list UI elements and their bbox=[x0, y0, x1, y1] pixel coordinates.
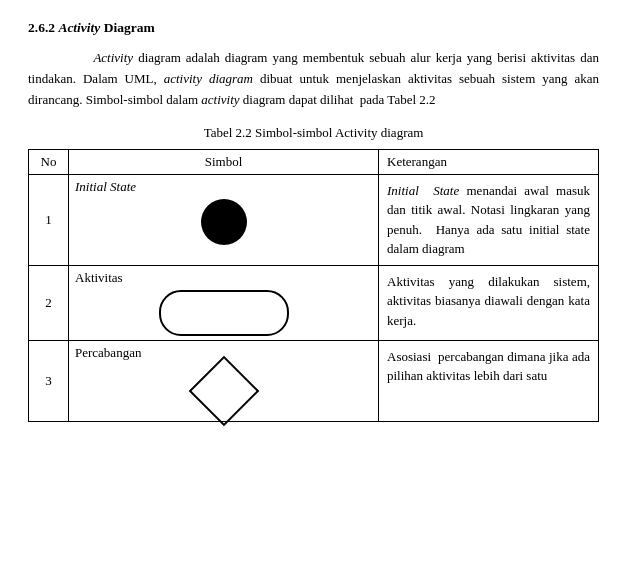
section-number: 2.6.2 bbox=[28, 20, 55, 35]
row1-simbol-icon-area bbox=[75, 199, 372, 245]
row1-no: 1 bbox=[29, 174, 69, 265]
table-row: 1 Initial State Initial State menandai a… bbox=[29, 174, 599, 265]
row3-keterangan: Asosiasi percabangan dimana jika ada pil… bbox=[379, 340, 599, 421]
row3-no: 3 bbox=[29, 340, 69, 421]
section-title-italic: Activity bbox=[58, 20, 100, 35]
aktivitas-icon bbox=[159, 290, 289, 336]
header-no: No bbox=[29, 149, 69, 174]
row3-simbol-label: Percabangan bbox=[75, 345, 141, 361]
body-paragraph: Activity diagram adalah diagram yang mem… bbox=[28, 48, 599, 110]
table-caption: Tabel 2.2 Simbol-simbol Activity diagram bbox=[28, 125, 599, 141]
section-title-rest: Diagram bbox=[100, 20, 154, 35]
table-row: 3 Percabangan Asosiasi percabangan diman… bbox=[29, 340, 599, 421]
row3-simbol: Percabangan bbox=[69, 340, 379, 421]
row2-simbol-label: Aktivitas bbox=[75, 270, 123, 286]
row2-simbol: Aktivitas bbox=[69, 265, 379, 340]
symbols-table: No Simbol Keterangan 1 Initial State Ini… bbox=[28, 149, 599, 422]
row1-keterangan: Initial State menandai awal masuk dan ti… bbox=[379, 174, 599, 265]
header-keterangan: Keterangan bbox=[379, 149, 599, 174]
row3-simbol-icon-area bbox=[75, 365, 372, 417]
row1-simbol: Initial State bbox=[69, 174, 379, 265]
percabangan-icon bbox=[188, 355, 259, 426]
section-title: 2.6.2 Activity Diagram bbox=[28, 18, 599, 38]
row2-simbol-icon-area bbox=[75, 290, 372, 336]
row2-keterangan: Aktivitas yang dilakukan sistem, aktivit… bbox=[379, 265, 599, 340]
initial-state-icon bbox=[201, 199, 247, 245]
row1-simbol-label: Initial State bbox=[75, 179, 136, 195]
header-simbol: Simbol bbox=[69, 149, 379, 174]
row2-no: 2 bbox=[29, 265, 69, 340]
table-row: 2 Aktivitas Aktivitas yang dilakukan sis… bbox=[29, 265, 599, 340]
